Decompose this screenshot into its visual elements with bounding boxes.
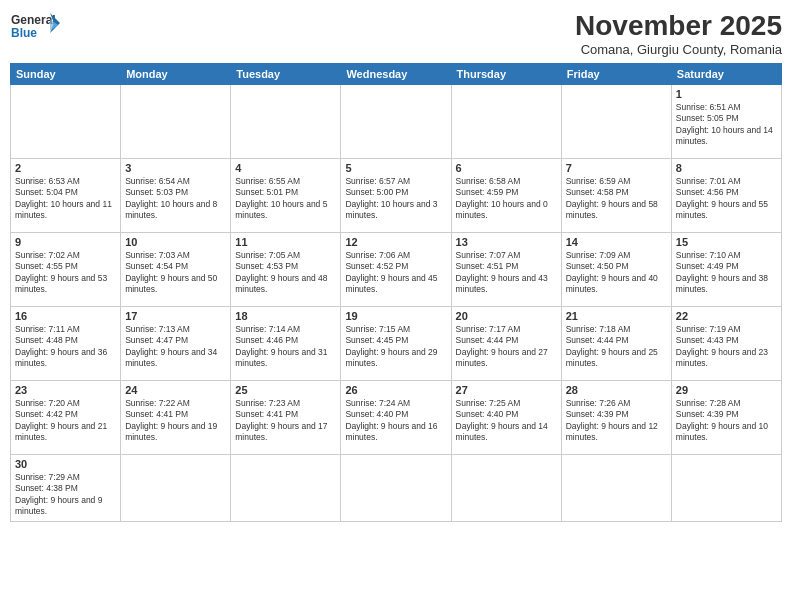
svg-text:General: General (11, 13, 56, 27)
header-monday: Monday (121, 64, 231, 85)
empty-cell (121, 455, 231, 522)
header-tuesday: Tuesday (231, 64, 341, 85)
day-24: 24 Sunrise: 7:22 AMSunset: 4:41 PMDaylig… (121, 381, 231, 455)
day-22: 22 Sunrise: 7:19 AMSunset: 4:43 PMDaylig… (671, 307, 781, 381)
day-17: 17 Sunrise: 7:13 AMSunset: 4:47 PMDaylig… (121, 307, 231, 381)
day-29: 29 Sunrise: 7:28 AMSunset: 4:39 PMDaylig… (671, 381, 781, 455)
day-4: 4 Sunrise: 6:55 AMSunset: 5:01 PMDayligh… (231, 159, 341, 233)
empty-cell (451, 85, 561, 159)
day-15: 15 Sunrise: 7:10 AMSunset: 4:49 PMDaylig… (671, 233, 781, 307)
header: General Blue November 2025 Comana, Giurg… (10, 10, 782, 57)
header-friday: Friday (561, 64, 671, 85)
day-20: 20 Sunrise: 7:17 AMSunset: 4:44 PMDaylig… (451, 307, 561, 381)
week-row-2: 2 Sunrise: 6:53 AMSunset: 5:04 PMDayligh… (11, 159, 782, 233)
day-19: 19 Sunrise: 7:15 AMSunset: 4:45 PMDaylig… (341, 307, 451, 381)
header-wednesday: Wednesday (341, 64, 451, 85)
header-saturday: Saturday (671, 64, 781, 85)
day-11: 11 Sunrise: 7:05 AMSunset: 4:53 PMDaylig… (231, 233, 341, 307)
day-1: 1 Sunrise: 6:51 AMSunset: 5:05 PMDayligh… (671, 85, 781, 159)
day-27: 27 Sunrise: 7:25 AMSunset: 4:40 PMDaylig… (451, 381, 561, 455)
week-row-3: 9 Sunrise: 7:02 AMSunset: 4:55 PMDayligh… (11, 233, 782, 307)
month-title: November 2025 (575, 10, 782, 42)
empty-cell (11, 85, 121, 159)
day-26: 26 Sunrise: 7:24 AMSunset: 4:40 PMDaylig… (341, 381, 451, 455)
header-thursday: Thursday (451, 64, 561, 85)
empty-cell (231, 85, 341, 159)
day-30: 30 Sunrise: 7:29 AMSunset: 4:38 PMDaylig… (11, 455, 121, 522)
day-23: 23 Sunrise: 7:20 AMSunset: 4:42 PMDaylig… (11, 381, 121, 455)
empty-cell (121, 85, 231, 159)
day-8: 8 Sunrise: 7:01 AMSunset: 4:56 PMDayligh… (671, 159, 781, 233)
empty-cell (231, 455, 341, 522)
empty-cell (451, 455, 561, 522)
empty-cell (341, 455, 451, 522)
header-sunday: Sunday (11, 64, 121, 85)
logo-svg: General Blue (10, 10, 60, 48)
empty-cell (671, 455, 781, 522)
day-18: 18 Sunrise: 7:14 AMSunset: 4:46 PMDaylig… (231, 307, 341, 381)
day-10: 10 Sunrise: 7:03 AMSunset: 4:54 PMDaylig… (121, 233, 231, 307)
location-title: Comana, Giurgiu County, Romania (575, 42, 782, 57)
calendar-table: Sunday Monday Tuesday Wednesday Thursday… (10, 63, 782, 522)
day-28: 28 Sunrise: 7:26 AMSunset: 4:39 PMDaylig… (561, 381, 671, 455)
day-7: 7 Sunrise: 6:59 AMSunset: 4:58 PMDayligh… (561, 159, 671, 233)
day-2: 2 Sunrise: 6:53 AMSunset: 5:04 PMDayligh… (11, 159, 121, 233)
title-block: November 2025 Comana, Giurgiu County, Ro… (575, 10, 782, 57)
day-12: 12 Sunrise: 7:06 AMSunset: 4:52 PMDaylig… (341, 233, 451, 307)
day-13: 13 Sunrise: 7:07 AMSunset: 4:51 PMDaylig… (451, 233, 561, 307)
weekday-header-row: Sunday Monday Tuesday Wednesday Thursday… (11, 64, 782, 85)
empty-cell (561, 85, 671, 159)
empty-cell (561, 455, 671, 522)
day-25: 25 Sunrise: 7:23 AMSunset: 4:41 PMDaylig… (231, 381, 341, 455)
page: General Blue November 2025 Comana, Giurg… (0, 0, 792, 612)
day-5: 5 Sunrise: 6:57 AMSunset: 5:00 PMDayligh… (341, 159, 451, 233)
week-row-5: 23 Sunrise: 7:20 AMSunset: 4:42 PMDaylig… (11, 381, 782, 455)
day-16: 16 Sunrise: 7:11 AMSunset: 4:48 PMDaylig… (11, 307, 121, 381)
logo: General Blue (10, 10, 60, 48)
svg-text:Blue: Blue (11, 26, 37, 40)
week-row-4: 16 Sunrise: 7:11 AMSunset: 4:48 PMDaylig… (11, 307, 782, 381)
week-row-6: 30 Sunrise: 7:29 AMSunset: 4:38 PMDaylig… (11, 455, 782, 522)
week-row-1: 1 Sunrise: 6:51 AMSunset: 5:05 PMDayligh… (11, 85, 782, 159)
day-21: 21 Sunrise: 7:18 AMSunset: 4:44 PMDaylig… (561, 307, 671, 381)
empty-cell (341, 85, 451, 159)
day-3: 3 Sunrise: 6:54 AMSunset: 5:03 PMDayligh… (121, 159, 231, 233)
day-6: 6 Sunrise: 6:58 AMSunset: 4:59 PMDayligh… (451, 159, 561, 233)
day-9: 9 Sunrise: 7:02 AMSunset: 4:55 PMDayligh… (11, 233, 121, 307)
day-14: 14 Sunrise: 7:09 AMSunset: 4:50 PMDaylig… (561, 233, 671, 307)
